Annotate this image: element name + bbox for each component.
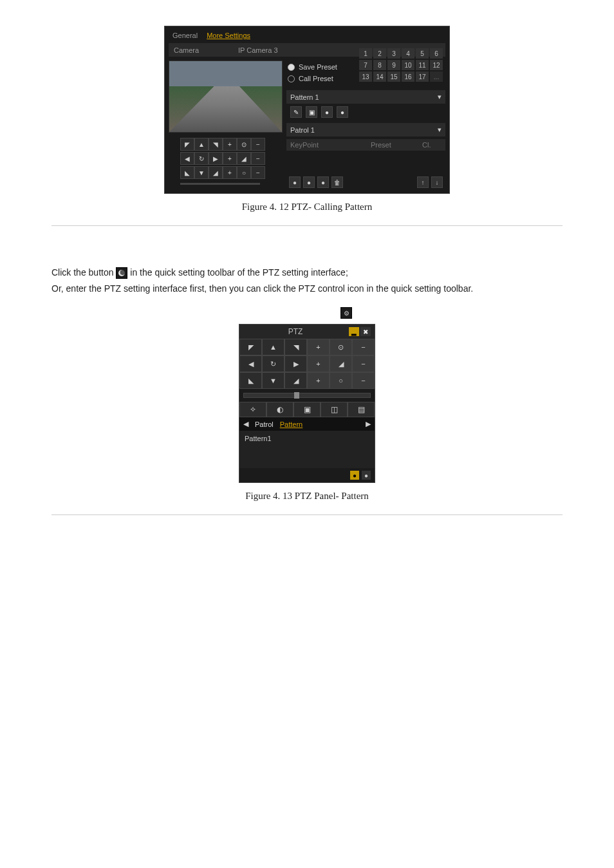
ptz-up-left-button[interactable]: ◤ xyxy=(239,339,262,355)
preset-9[interactable]: 9 xyxy=(387,60,400,70)
zoom-out-button[interactable]: − xyxy=(352,339,375,355)
patrol-edit-button[interactable]: ● xyxy=(303,176,315,188)
preset-15[interactable]: 15 xyxy=(387,71,400,82)
preset-8[interactable]: 8 xyxy=(373,60,386,70)
preset-11[interactable]: 11 xyxy=(416,60,429,70)
preset-17[interactable]: 17 xyxy=(416,71,429,82)
3d-zoom-button[interactable]: ▣ xyxy=(293,402,321,417)
focus-in-button[interactable]: + xyxy=(307,355,330,372)
pattern-edit-button[interactable]: ✎ xyxy=(290,106,302,118)
patrol-add-button[interactable]: ● xyxy=(289,176,301,188)
keypoint-header-row: KeyPoint Preset Cl. xyxy=(286,139,445,151)
pattern-start-button[interactable]: ● xyxy=(350,471,359,480)
tab-general[interactable]: General xyxy=(172,32,198,39)
tab-pattern[interactable]: Pattern xyxy=(280,420,302,428)
ptz-up-left-button[interactable]: ◤ xyxy=(180,138,194,151)
tabs-left-arrow[interactable]: ◀ xyxy=(243,420,248,428)
ptz-quick-icon xyxy=(116,267,127,279)
call-preset-label: Call Preset xyxy=(299,75,333,82)
iris-in-button[interactable]: + xyxy=(223,166,237,179)
minimize-button[interactable]: ▂ xyxy=(349,327,359,336)
preset-more[interactable]: ... xyxy=(430,71,443,82)
light-button[interactable]: ✧ xyxy=(239,402,266,417)
preset-4[interactable]: 4 xyxy=(402,48,414,59)
pattern-toolbar: ✎ ▣ ● ● xyxy=(286,104,445,120)
ptz-down-right-button[interactable]: ◢ xyxy=(209,166,223,179)
close-button[interactable]: ✖ xyxy=(360,327,371,336)
ptz-right-button[interactable]: ▶ xyxy=(284,355,307,372)
ptz-settings-gear-icon[interactable]: ⚙ xyxy=(340,307,352,319)
ptz-down-right-button[interactable]: ◢ xyxy=(284,372,307,389)
preset-7[interactable]: 7 xyxy=(359,60,372,70)
wiper-button[interactable]: ◐ xyxy=(266,402,293,417)
zoom-out-button[interactable]: − xyxy=(251,138,265,151)
line1-suffix: in the quick setting toolbar of the PTZ … xyxy=(130,267,348,278)
pattern-stop-button[interactable]: ▣ xyxy=(306,106,317,118)
radio-selected-icon xyxy=(288,64,295,71)
ptz-floating-panel: PTZ ▂ ✖ ◤ ▲ ◥ + ⊙ − ◀ ↻ ▶ + ◢ − ◣ ▼ ◢ + xyxy=(239,324,375,483)
pattern-stop-button[interactable]: ● xyxy=(362,471,371,480)
ptz-down-button[interactable]: ▼ xyxy=(262,372,284,389)
ptz-right-button[interactable]: ▶ xyxy=(209,152,223,165)
pattern-list-item[interactable]: Pattern1 xyxy=(245,435,369,442)
ptz-up-button[interactable]: ▲ xyxy=(194,138,209,151)
ptz-auto-button[interactable]: ↻ xyxy=(194,152,209,165)
preset-5[interactable]: 5 xyxy=(416,48,429,59)
ptz-speed-slider[interactable] xyxy=(243,393,371,398)
preset-14[interactable]: 14 xyxy=(373,71,386,82)
ptz-down-left-button[interactable]: ◣ xyxy=(239,372,262,389)
ptz-panel-tabs: ◀ Patrol Pattern ▶ xyxy=(239,417,375,431)
menu-button[interactable]: ▤ xyxy=(348,402,375,417)
tab-more-settings[interactable]: More Settings xyxy=(207,32,250,39)
preset-13[interactable]: 13 xyxy=(359,71,372,82)
focus-in-button[interactable]: + xyxy=(223,152,237,165)
zoom-in-button[interactable]: + xyxy=(223,138,237,151)
instruction-paragraph: Click the button in the quick setting to… xyxy=(51,265,563,297)
keypoint-label: KeyPoint xyxy=(290,141,371,149)
tabs-right-arrow[interactable]: ▶ xyxy=(366,420,371,428)
iris-out-button[interactable]: − xyxy=(251,166,265,179)
zoom-icon: ⊙ xyxy=(237,138,251,151)
ptz-auto-button[interactable]: ↻ xyxy=(262,355,284,372)
ptz-down-left-button[interactable]: ◣ xyxy=(180,166,194,179)
pattern-play-controls: ● ● xyxy=(239,468,375,482)
preset-6[interactable]: 6 xyxy=(430,48,443,59)
zoom-in-button[interactable]: + xyxy=(307,339,330,355)
focus-out-button[interactable]: − xyxy=(352,355,375,372)
ptz-down-button[interactable]: ▼ xyxy=(194,166,209,179)
preset-16[interactable]: 16 xyxy=(402,71,414,82)
pattern-label: Pattern 1 xyxy=(290,93,319,101)
zoom-icon: ⊙ xyxy=(330,339,352,355)
ptz-left-button[interactable]: ◀ xyxy=(180,152,194,165)
settings-tabs: General More Settings xyxy=(169,30,445,43)
direction-pad: ◤ ▲ ◥ + ⊙ − ◀ ↻ ▶ + ◢ − ◣ ▼ ◢ xyxy=(180,138,283,185)
patrol-select-row[interactable]: Patrol 1 ▾ xyxy=(286,123,445,137)
pattern-play-button[interactable]: ● xyxy=(321,106,333,118)
ptz-speed-slider[interactable] xyxy=(180,183,260,185)
ptz-up-button[interactable]: ▲ xyxy=(262,339,284,355)
patrol-up-button[interactable]: ↑ xyxy=(417,176,429,188)
iris-out-button[interactable]: − xyxy=(352,372,375,389)
preset-col-label: Preset xyxy=(371,141,422,149)
iris-icon: ○ xyxy=(237,166,251,179)
ptz-settings-dialog: General More Settings Camera IP Camera 3… xyxy=(164,26,450,194)
pattern-stop2-button[interactable]: ● xyxy=(337,106,348,118)
focus-icon: ◢ xyxy=(330,355,352,372)
patrol-play-button[interactable]: ● xyxy=(317,176,329,188)
iris-in-button[interactable]: + xyxy=(307,372,330,389)
preset-1[interactable]: 1 xyxy=(359,48,372,59)
ptz-up-right-button[interactable]: ◥ xyxy=(209,138,223,151)
ptz-left-button[interactable]: ◀ xyxy=(239,355,262,372)
patrol-down-button[interactable]: ↓ xyxy=(431,176,443,188)
preset-10[interactable]: 10 xyxy=(402,60,414,70)
focus-out-button[interactable]: − xyxy=(251,152,265,165)
preset-3[interactable]: 3 xyxy=(387,48,400,59)
preset-12[interactable]: 12 xyxy=(430,60,443,70)
patrol-delete-button[interactable]: 🗑 xyxy=(331,176,343,188)
tab-patrol[interactable]: Patrol xyxy=(255,420,274,428)
center-button[interactable]: ◫ xyxy=(321,402,348,417)
ptz-up-right-button[interactable]: ◥ xyxy=(284,339,307,355)
figure-13-caption: Figure 4. 13 PTZ Panel- Pattern xyxy=(51,491,563,502)
pattern-select-row[interactable]: Pattern 1 ▾ xyxy=(286,90,445,104)
preset-2[interactable]: 2 xyxy=(373,48,386,59)
